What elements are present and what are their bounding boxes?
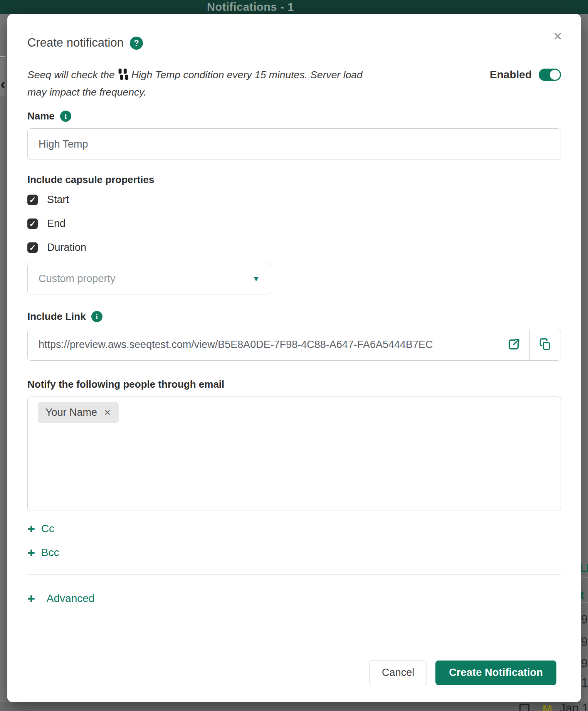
checkbox-checked-icon[interactable]: ✓ bbox=[27, 219, 38, 229]
background-topbar: Notifications - 1 bbox=[0, 0, 588, 14]
info-icon[interactable]: i bbox=[91, 311, 102, 322]
info-icon[interactable]: i bbox=[60, 111, 71, 122]
enabled-control: Enabled bbox=[490, 69, 561, 81]
background-workbook-badge: M bbox=[543, 702, 552, 711]
cancel-button[interactable]: Cancel bbox=[369, 661, 427, 685]
checkbox-row-end[interactable]: ✓ End bbox=[27, 213, 561, 234]
checkbox-label: Duration bbox=[47, 242, 86, 254]
background-fragment: 1 bbox=[581, 676, 588, 690]
background-worksheet-title: Notifications - 1 bbox=[0, 1, 501, 13]
copy-icon bbox=[538, 337, 552, 353]
name-label: Name bbox=[27, 110, 55, 122]
toggle-knob bbox=[550, 70, 560, 80]
enabled-label: Enabled bbox=[490, 69, 532, 81]
create-notification-button[interactable]: Create Notification bbox=[435, 661, 556, 685]
plus-icon: + bbox=[27, 593, 35, 604]
chevron-down-icon: ▼ bbox=[252, 274, 260, 283]
check-icon: ✓ bbox=[29, 244, 36, 252]
include-link-label: Include Link bbox=[27, 311, 86, 323]
capsule-properties-heading: Include capsule properties bbox=[27, 174, 561, 186]
check-icon: ✓ bbox=[29, 220, 36, 228]
help-icon[interactable]: ? bbox=[130, 37, 143, 50]
check-icon: ✓ bbox=[29, 196, 36, 204]
bcc-label: Bcc bbox=[41, 546, 59, 559]
enabled-toggle[interactable] bbox=[539, 69, 561, 81]
link-input-group bbox=[27, 329, 561, 361]
dialog-body: Seeq will check theHigh Temp condition e… bbox=[7, 56, 581, 605]
custom-property-select[interactable]: Custom property ▼ bbox=[27, 263, 271, 294]
add-cc-link[interactable]: + Cc bbox=[27, 523, 54, 535]
checkbox-label: Start bbox=[47, 194, 69, 206]
plus-icon: + bbox=[27, 523, 35, 535]
checkbox-row-start[interactable]: ✓ Start bbox=[27, 190, 561, 210]
name-input[interactable] bbox=[27, 128, 561, 160]
checkbox-row-duration[interactable]: ✓ Duration bbox=[27, 237, 561, 257]
external-link-icon bbox=[507, 337, 521, 353]
open-link-button[interactable] bbox=[498, 329, 529, 361]
dialog-title: Create notification bbox=[27, 36, 124, 50]
chevron-left-icon: ‹ bbox=[0, 76, 5, 92]
checkbox-checked-icon[interactable]: ✓ bbox=[27, 195, 38, 205]
advanced-divider bbox=[27, 574, 561, 575]
remove-recipient-icon[interactable]: ✕ bbox=[104, 408, 111, 417]
background-fragment: 9 bbox=[581, 613, 588, 627]
plus-icon: + bbox=[27, 547, 35, 558]
checkbox-label: End bbox=[47, 218, 66, 230]
link-url-input[interactable] bbox=[27, 329, 498, 361]
background-bottom-strip bbox=[0, 702, 588, 711]
cc-label: Cc bbox=[41, 523, 54, 535]
add-bcc-link[interactable]: + Bcc bbox=[27, 546, 59, 559]
schedule-description: Seeq will check theHigh Temp condition e… bbox=[27, 67, 382, 100]
recipient-chip: Your Name ✕ bbox=[38, 402, 119, 423]
name-label-row: Name i bbox=[27, 110, 561, 122]
checkbox-checked-icon[interactable]: ✓ bbox=[27, 242, 38, 253]
background-date-fragment: Jan 1 bbox=[559, 701, 588, 711]
background-fragment: 9 bbox=[581, 635, 588, 649]
advanced-label: Advanced bbox=[47, 592, 95, 605]
background-checkbox bbox=[519, 704, 529, 711]
custom-property-placeholder: Custom property bbox=[39, 273, 116, 285]
condition-bars-icon bbox=[118, 69, 128, 84]
advanced-toggle-link[interactable]: + Advanced bbox=[27, 592, 94, 605]
background-row-divider bbox=[581, 577, 588, 578]
copy-link-button[interactable] bbox=[529, 329, 561, 361]
close-icon[interactable]: ✕ bbox=[553, 31, 563, 42]
schedule-description-start: Seeq will check the bbox=[27, 69, 115, 81]
create-notification-dialog: Create notification ? ✕ Seeq will check … bbox=[7, 14, 581, 702]
dialog-footer: Cancel Create Notification bbox=[7, 643, 581, 702]
background-fragment: 9 bbox=[581, 657, 588, 671]
dialog-header: Create notification ? ✕ bbox=[7, 14, 581, 56]
background-panel-edge bbox=[0, 56, 5, 57]
notify-heading: Notify the following people through emai… bbox=[27, 378, 561, 390]
include-link-label-row: Include Link i bbox=[27, 311, 561, 323]
intro-row: Seeq will check theHigh Temp condition e… bbox=[27, 67, 561, 100]
background-row-divider bbox=[581, 602, 588, 603]
recipients-input-area[interactable]: Your Name ✕ bbox=[27, 397, 561, 511]
recipient-name: Your Name bbox=[45, 407, 97, 419]
